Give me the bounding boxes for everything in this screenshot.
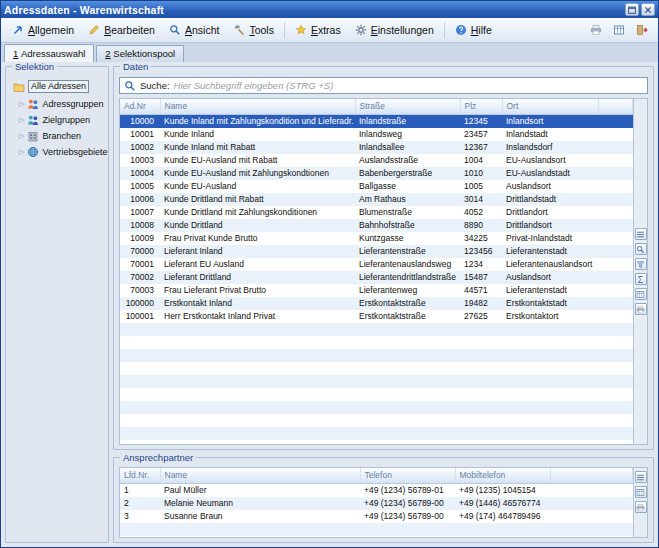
grid-button[interactable] bbox=[635, 288, 647, 300]
cell: EU-Auslandstadt bbox=[502, 167, 598, 180]
selektion-tree: Alle Adressen ▷Adressgruppen▷Zielgruppen… bbox=[10, 76, 104, 163]
cell bbox=[598, 245, 633, 258]
cell: Paul Müller bbox=[160, 484, 360, 497]
right-column: Daten Suche: Ad.NrNameStraßePlzOrt bbox=[113, 66, 654, 543]
cell bbox=[598, 297, 633, 310]
table-row[interactable]: 1Paul Müller+49 (1234) 56789-01+49 (1235… bbox=[120, 484, 633, 497]
table-row[interactable]: 70001Lieferant EU AuslandLieferantenausl… bbox=[120, 258, 633, 271]
rows-button[interactable] bbox=[635, 228, 647, 240]
cell: Ballgasse bbox=[355, 180, 460, 193]
tab-selektionspool[interactable]: 2 Selektionspool bbox=[96, 45, 184, 62]
column-header-name[interactable]: Name bbox=[160, 99, 355, 114]
search-input[interactable] bbox=[174, 80, 643, 91]
tab-adressauswahl[interactable]: 1 Adressauswahl bbox=[4, 44, 94, 62]
column-header-name[interactable]: Name bbox=[160, 468, 360, 483]
tree-root-alle-adressen[interactable]: Alle Adressen bbox=[11, 79, 103, 94]
table-row[interactable]: 100000Erstkontakt InlandErstkontaktstraß… bbox=[120, 297, 633, 310]
maximize-button[interactable] bbox=[625, 3, 639, 16]
tree-item-adressgruppen[interactable]: ▷Adressgruppen bbox=[11, 96, 103, 112]
table-row[interactable]: 2Melanie Neumann+49 (1234) 56789-00+49 (… bbox=[120, 497, 633, 510]
column-header-mobiltelefon[interactable]: Mobiltelefon bbox=[455, 468, 550, 483]
column-header-ad-nr[interactable]: Ad.Nr bbox=[120, 99, 160, 114]
ansprech-body-area[interactable]: 1Paul Müller+49 (1234) 56789-01+49 (1235… bbox=[120, 484, 633, 538]
cell: Lieferantenstadt bbox=[502, 245, 598, 258]
cell: Erstkontakt Inland bbox=[160, 297, 355, 310]
table-row[interactable]: 3Susanne Braun+49 (1234) 56789-00+49 (17… bbox=[120, 510, 633, 523]
table-row[interactable]: 10000Kunde Inland mit Zahlungskondition … bbox=[120, 115, 633, 128]
cell: Erstkontaktstadt bbox=[502, 297, 598, 310]
menu-separator bbox=[444, 22, 445, 38]
menu-bar: AllgemeinBearbeitenAnsichtToolsExtrasEin… bbox=[1, 18, 658, 43]
selektion-panel: Selektion Alle Adressen ▷Adressgruppen▷Z… bbox=[5, 66, 109, 543]
menu-item-allgemein[interactable]: Allgemein bbox=[5, 21, 81, 39]
column-header-lfd-nr-[interactable]: Lfd.Nr. bbox=[120, 468, 160, 483]
cell: EU-Auslandsort bbox=[502, 154, 598, 167]
cell: Inlandsweg bbox=[355, 128, 460, 141]
title-bar[interactable]: Adressdaten - Warenwirtschaft bbox=[1, 1, 658, 18]
sum-button[interactable] bbox=[635, 273, 647, 285]
cell: 12345 bbox=[460, 115, 502, 128]
menu-item-label: Bearbeiten bbox=[104, 24, 155, 36]
menu-item-ansicht[interactable]: Ansicht bbox=[162, 21, 226, 39]
expander-icon[interactable]: ▷ bbox=[19, 148, 24, 156]
column-header-blank[interactable] bbox=[598, 99, 633, 114]
printer-button[interactable] bbox=[586, 21, 606, 40]
table-row[interactable]: 10003Kunde EU-Ausland mit RabattAuslands… bbox=[120, 154, 633, 167]
menu-item-bearbeiten[interactable]: Bearbeiten bbox=[81, 21, 162, 39]
cell: Blumenstraße bbox=[355, 206, 460, 219]
people2-icon bbox=[27, 114, 39, 126]
table-row[interactable]: 10006Kunde Drittland mit RabattAm Rathau… bbox=[120, 193, 633, 206]
expander-icon[interactable]: ▷ bbox=[19, 132, 24, 140]
search-button[interactable] bbox=[635, 243, 647, 255]
table-row[interactable]: 10009Frau Privat Kunde BruttoKuntzgasse3… bbox=[120, 232, 633, 245]
cell bbox=[550, 510, 633, 523]
arrow-icon bbox=[12, 24, 24, 36]
tree-item-zielgruppen[interactable]: ▷Zielgruppen bbox=[11, 112, 103, 128]
menu-item-einstellungen[interactable]: Einstellungen bbox=[348, 21, 441, 39]
table-row[interactable]: 70002Lieferant DrittlandLieferantendritt… bbox=[120, 271, 633, 284]
table-row[interactable]: 70000Lieferant InlandLieferantenstraße12… bbox=[120, 245, 633, 258]
cell: Lieferantendrittlandstraße bbox=[355, 271, 460, 284]
menu-item-tools[interactable]: Tools bbox=[226, 21, 281, 39]
table-row[interactable]: 10004Kunde EU-Ausland mit Zahlungskondti… bbox=[120, 167, 633, 180]
table-row[interactable]: 70003Frau Lieferant Privat BruttoLiefera… bbox=[120, 284, 633, 297]
cell: Kunde Inland bbox=[160, 128, 355, 141]
table-row[interactable]: 10008Kunde DrittlandBahnhofstraße8890Dri… bbox=[120, 219, 633, 232]
expander-icon[interactable]: ▷ bbox=[19, 116, 24, 124]
menu-item-hilfe[interactable]: Hilfe bbox=[448, 21, 499, 39]
filter-button[interactable] bbox=[635, 258, 647, 270]
column-header-blank[interactable] bbox=[550, 468, 633, 483]
table-row[interactable]: 10002Kunde Inland mit RabattInlandsallee… bbox=[120, 141, 633, 154]
table-row[interactable]: 100001Herr Erstkontakt Inland PrivatErst… bbox=[120, 310, 633, 323]
cell bbox=[598, 271, 633, 284]
table-row[interactable]: 10005Kunde EU-AuslandBallgasse1005Auslan… bbox=[120, 180, 633, 193]
grid-icon bbox=[636, 488, 645, 497]
column-header-stra-e[interactable]: Straße bbox=[355, 99, 460, 114]
menu-item-label: Ansicht bbox=[185, 24, 219, 36]
cell: Inlandsallee bbox=[355, 141, 460, 154]
column-header-plz[interactable]: Plz bbox=[460, 99, 502, 114]
magnifier-icon bbox=[169, 24, 181, 36]
tree-item-branchen[interactable]: ▷Branchen bbox=[11, 128, 103, 144]
exit-button[interactable] bbox=[632, 21, 652, 40]
ansprechpartner-panel: Ansprechpartner Lfd.Nr.NameTelefonMobilt… bbox=[113, 457, 654, 543]
search-icon bbox=[124, 80, 136, 92]
column-header-ort[interactable]: Ort bbox=[502, 99, 598, 114]
grid-button[interactable] bbox=[609, 21, 629, 40]
tree-item-vertriebsgebiete[interactable]: ▷Vertriebsgebiete bbox=[11, 144, 103, 160]
printer-button[interactable] bbox=[635, 501, 647, 513]
menu-item-extras[interactable]: Extras bbox=[288, 21, 348, 39]
filter-icon bbox=[636, 260, 645, 269]
grid-button[interactable] bbox=[635, 486, 647, 498]
column-header-telefon[interactable]: Telefon bbox=[360, 468, 455, 483]
rows-button[interactable] bbox=[635, 471, 647, 483]
search-bar[interactable]: Suche: bbox=[119, 77, 648, 94]
daten-body-area[interactable]: 10000Kunde Inland mit Zahlungskondition … bbox=[120, 115, 633, 445]
cell: Erstkontaktort bbox=[502, 310, 598, 323]
printer-button[interactable] bbox=[635, 303, 647, 315]
ansprechpartner-table: Lfd.Nr.NameTelefonMobiltelefon 1Paul Mül… bbox=[119, 467, 648, 538]
close-button[interactable] bbox=[641, 3, 655, 16]
expander-icon[interactable]: ▷ bbox=[19, 100, 24, 108]
table-row[interactable]: 10001Kunde InlandInlandsweg23457Inlandst… bbox=[120, 128, 633, 141]
table-row[interactable]: 10007Kunde Drittland mit Zahlungskonditi… bbox=[120, 206, 633, 219]
